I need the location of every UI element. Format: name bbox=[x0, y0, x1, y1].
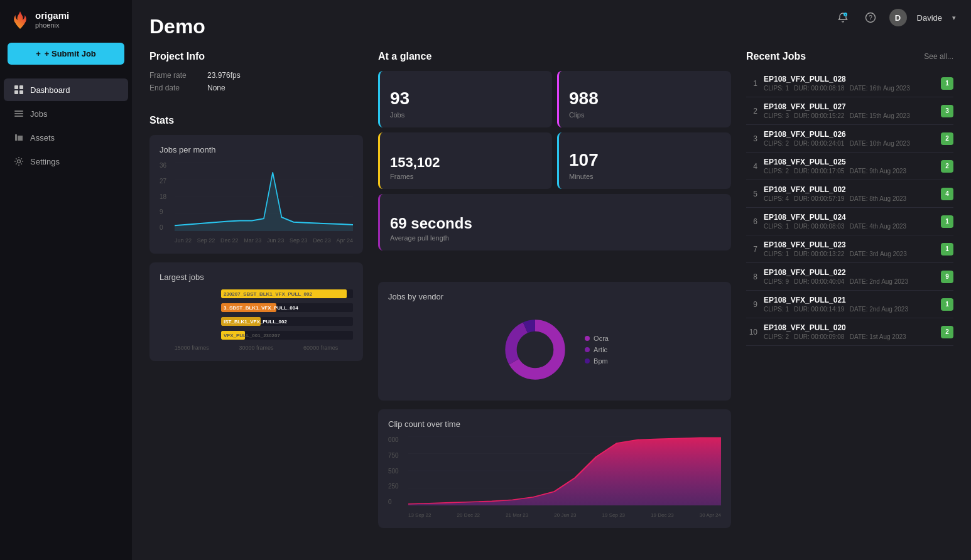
job-badge-4: 2 bbox=[941, 160, 953, 173]
job-item-6[interactable]: 6 EP108_VFX_PULL_024 CLIPS: 1 DUR: 00:00… bbox=[746, 208, 953, 235]
x-axis-labels: Jun 22 Sep 22 Dec 22 Mar 23 Jun 23 Sep 2… bbox=[175, 237, 353, 244]
clip-count-title: Clip count over time bbox=[388, 419, 721, 429]
bar-row-4: VFX_PULL_001_230207 bbox=[160, 331, 353, 340]
end-date-label: End date bbox=[149, 83, 195, 92]
at-a-glance-section: At a glance 93 Jobs 988 Clips 153,102 bbox=[378, 51, 731, 250]
settings-label: Settings bbox=[30, 157, 60, 166]
glance-cards: 93 Jobs 988 Clips 153,102 Frames bbox=[378, 71, 731, 189]
y-axis-labels: 36 27 18 9 0 bbox=[160, 162, 172, 231]
bar-row-2: 3_SBST_BLK1_VFX_PULL_004 bbox=[160, 303, 353, 312]
at-a-glance-title: At a glance bbox=[378, 51, 731, 62]
artic-dot bbox=[585, 347, 590, 352]
job-badge-9: 1 bbox=[941, 298, 953, 311]
sidebar-nav: Dashboard Jobs Assets Settings bbox=[0, 77, 132, 174]
logo-icon bbox=[10, 10, 30, 30]
svg-rect-6 bbox=[14, 116, 23, 117]
job-badge-10: 2 bbox=[941, 326, 953, 338]
app-subtitle: phoenix bbox=[35, 21, 69, 30]
job-badge-3: 2 bbox=[941, 132, 953, 145]
project-info-title: Project Info bbox=[149, 51, 363, 62]
dashboard-icon bbox=[14, 85, 24, 95]
bar-row-3: IST_BLK1_VFX_PULL_002 bbox=[160, 317, 353, 326]
line-chart-svg-wrap bbox=[175, 162, 353, 231]
notifications-icon[interactable]: 7 bbox=[834, 9, 852, 26]
user-name[interactable]: Davide bbox=[917, 13, 942, 23]
job-badge-7: 1 bbox=[941, 243, 953, 256]
frames-number: 153,102 bbox=[390, 155, 542, 170]
clip-svg-wrap bbox=[408, 436, 721, 505]
sidebar-item-assets[interactable]: Assets bbox=[4, 126, 128, 149]
user-avatar[interactable]: D bbox=[889, 9, 907, 26]
sidebar-item-settings[interactable]: Settings bbox=[4, 150, 128, 173]
svg-text:?: ? bbox=[869, 14, 872, 21]
assets-icon bbox=[14, 132, 24, 143]
logo: origami phoenix bbox=[0, 10, 132, 43]
bar-x-labels: 15000 frames 30000 frames 60000 frames bbox=[160, 345, 353, 351]
svg-rect-3 bbox=[19, 90, 23, 94]
submit-job-button[interactable]: + + Submit Job bbox=[8, 43, 124, 65]
job-item-4[interactable]: 4 EP108_VFX_PULL_025 CLIPS: 2 DUR: 00:00… bbox=[746, 153, 953, 180]
job-item-10[interactable]: 10 EP108_VFX_PULL_020 CLIPS: 2 DUR: 00:0… bbox=[746, 318, 953, 346]
svg-marker-27 bbox=[408, 438, 721, 505]
minutes-label: Minutes bbox=[569, 173, 721, 180]
jobs-number: 93 bbox=[390, 89, 542, 109]
svg-point-21 bbox=[518, 333, 553, 367]
largest-jobs-chart: Largest jobs 230207_SBST_BLK1_VFX_PULL_0… bbox=[149, 262, 363, 361]
frame-rate-value: 23.976fps bbox=[207, 71, 241, 80]
svg-rect-5 bbox=[14, 113, 23, 114]
jobs-by-vendor-chart: Jobs by vendor Ocra bbox=[378, 282, 731, 401]
spacer bbox=[378, 250, 731, 282]
dashboard-label: Dashboard bbox=[30, 85, 70, 95]
job-item-8[interactable]: 8 EP108_VFX_PULL_022 CLIPS: 9 DUR: 00:00… bbox=[746, 263, 953, 291]
bar-row-1: 230207_SBST_BLK1_VFX_PULL_002 bbox=[160, 289, 353, 298]
glance-card-jobs: 93 Jobs bbox=[378, 71, 552, 127]
clips-label: Clips bbox=[569, 111, 721, 119]
project-info-section: Project Info Frame rate 23.976fps End da… bbox=[149, 51, 363, 92]
user-dropdown-icon[interactable]: ▾ bbox=[952, 14, 956, 22]
see-all-link[interactable]: See all... bbox=[924, 52, 953, 61]
frames-label: Frames bbox=[390, 173, 542, 180]
job-item-3[interactable]: 3 EP108_VFX_PULL_026 CLIPS: 2 DUR: 00:00… bbox=[746, 125, 953, 153]
job-badge-6: 1 bbox=[941, 215, 953, 228]
job-item-1[interactable]: 1 EP108_VFX_PULL_028 CLIPS: 1 DUR: 00:00… bbox=[746, 70, 953, 97]
job-item-9[interactable]: 9 EP108_VFX_PULL_021 CLIPS: 1 DUR: 00:00… bbox=[746, 291, 953, 318]
topbar: 7 ? D Davide ▾ bbox=[819, 0, 971, 35]
job-badge-1: 1 bbox=[941, 77, 953, 90]
app-name: origami bbox=[35, 10, 69, 21]
pull-number: 69 seconds bbox=[390, 215, 721, 232]
jobs-per-month-title: Jobs per month bbox=[160, 145, 353, 154]
end-date-row: End date None bbox=[149, 83, 363, 92]
job-badge-5: 4 bbox=[941, 188, 953, 200]
assets-label: Assets bbox=[30, 133, 55, 143]
glance-card-pull: 69 seconds Average pull length bbox=[378, 194, 731, 250]
sidebar: origami phoenix + + Submit Job Dashboard… bbox=[0, 0, 132, 560]
recent-jobs-header: Recent Jobs See all... bbox=[746, 51, 953, 62]
bar-chart: 230207_SBST_BLK1_VFX_PULL_002 3_SBST_BLK… bbox=[160, 289, 353, 351]
jobs-label: Jobs bbox=[30, 109, 47, 119]
sidebar-item-jobs[interactable]: Jobs bbox=[4, 102, 128, 125]
legend-artic: Artic bbox=[585, 346, 609, 353]
donut-legend: Ocra Artic Bpm bbox=[585, 335, 609, 365]
bpm-dot bbox=[585, 358, 590, 363]
jobs-per-month-chart: Jobs per month 36 27 18 9 0 bbox=[149, 135, 363, 254]
jobs-by-vendor-title: Jobs by vendor bbox=[388, 292, 721, 301]
job-badge-8: 9 bbox=[941, 271, 953, 283]
ocra-dot bbox=[585, 336, 590, 341]
job-item-2[interactable]: 2 EP108_VFX_PULL_027 CLIPS: 3 DUR: 00:00… bbox=[746, 97, 953, 125]
clips-number: 988 bbox=[569, 89, 721, 109]
line-chart: 36 27 18 9 0 bbox=[160, 162, 353, 244]
sidebar-item-dashboard[interactable]: Dashboard bbox=[4, 78, 128, 101]
glance-card-clips: 988 Clips bbox=[557, 71, 731, 127]
clip-x-labels: 13 Sep 22 20 Dec 22 21 Mar 23 20 Jun 23 … bbox=[408, 512, 721, 518]
help-icon[interactable]: ? bbox=[862, 9, 879, 26]
recent-jobs-title: Recent Jobs bbox=[746, 51, 806, 62]
clip-y-labels: 000 750 500 250 0 bbox=[388, 436, 406, 505]
minutes-number: 107 bbox=[569, 151, 721, 170]
donut-svg bbox=[501, 315, 570, 384]
frame-rate-row: Frame rate 23.976fps bbox=[149, 71, 363, 80]
job-item-7[interactable]: 7 EP108_VFX_PULL_023 CLIPS: 1 DUR: 00:00… bbox=[746, 235, 953, 263]
svg-rect-4 bbox=[14, 110, 23, 112]
job-badge-2: 3 bbox=[941, 105, 953, 117]
svg-point-7 bbox=[18, 160, 21, 163]
job-item-5[interactable]: 5 EP108_VFX_PULL_002 CLIPS: 4 DUR: 00:00… bbox=[746, 180, 953, 208]
